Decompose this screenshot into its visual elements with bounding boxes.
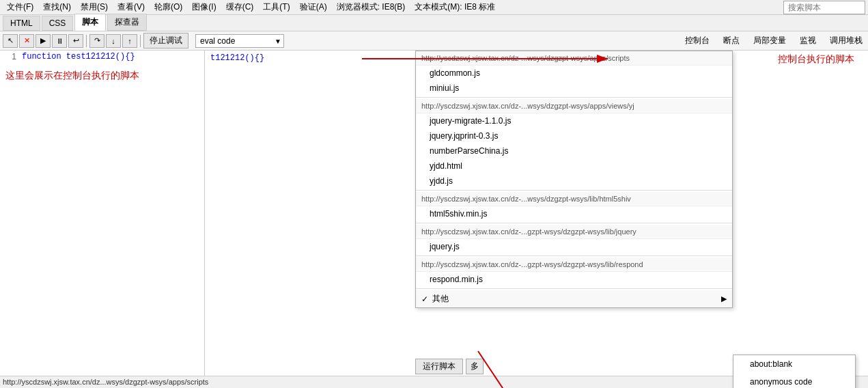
dropdown-group-header-5: http://yscdzswj.xjsw.tax.cn/dz-...gzpt-w… [416,258,732,272]
menu-view[interactable]: 查看(V) [113,0,149,14]
more-button[interactable]: 多 [466,359,484,374]
dropdown-item-miniui[interactable]: miniui.js [416,81,732,96]
dropdown-item-jquery-migrate[interactable]: jquery-migrate-1.1.0.js [416,113,732,128]
script-select[interactable]: eval code [195,34,284,48]
right-panel: t121212(){} 控制台执行的脚本 http://yscdzswj.xjs… [205,51,868,388]
stop-debug-button[interactable]: 停止调试 [143,33,188,48]
script-select-wrapper: eval code ▼ [195,34,284,48]
pointer-btn[interactable]: ↖ [3,34,18,48]
right-code-text: t121212(){} [210,53,264,63]
locals-btn[interactable]: 局部变量 [751,33,789,48]
sub-dropdown[interactable]: about:blank anonymous code anonymous cod… [733,355,856,388]
menu-disable[interactable]: 禁用(S) [76,0,112,14]
divider-3 [416,223,732,223]
sep2 [140,35,141,47]
dropdown-item-html5shiv[interactable]: html5shiv.min.js [416,206,732,221]
divider-4 [416,255,732,256]
dropdown-item-numberparse[interactable]: numberParseChina.js [416,143,732,158]
step-out-btn[interactable]: ↑ [122,34,137,48]
menu-cache[interactable]: 缓存(C) [222,0,258,14]
dropdown-group-header-4: http://yscdzswj.xjsw.tax.cn/dz-...gzpt-w… [416,225,732,239]
code-panel: 1 function test121212(){} 这里会展示在控制台执行的脚本 [0,51,205,388]
breakpoints-btn[interactable]: 断点 [720,33,742,48]
menu-text-mode[interactable]: 文本模式(M): IE8 标准 [410,0,499,14]
tabbar: HTML CSS 脚本 探查器 [0,15,868,31]
dropdown-item-yjdd-js[interactable]: yjdd.js [416,174,732,189]
menu-tools[interactable]: 工具(T) [259,0,294,14]
line-number-1: 1 [3,52,16,61]
menu-validate[interactable]: 验证(A) [296,0,331,14]
dropdown-other-row[interactable]: ✓ 其他 ▶ [416,290,732,307]
divider-5 [416,288,732,289]
other-arrow-icon: ▶ [721,294,727,303]
sub-item-anonymous-1[interactable]: anonymous code [733,373,855,388]
status-url: http://yscdzswj.xjsw.tax.cn/dz...wsys/dz… [3,378,208,386]
tab-css[interactable]: CSS [42,16,74,31]
right-annotation-label: 控制台执行的脚本 [778,53,854,66]
menu-outline[interactable]: 轮廓(O) [150,0,186,14]
toolbar: ↖ ✕ ▶ ⏸ ↩ ↷ ↓ ↑ 停止调试 eval code ▼ 控制台 断点 … [0,31,868,51]
console-btn[interactable]: 控制台 [682,33,712,48]
sub-item-about-blank[interactable]: about:blank [733,355,855,373]
menu-browser-mode[interactable]: 浏览器模式: IE8(B) [333,0,410,14]
break-btn[interactable]: ✕ [19,34,34,48]
watch-btn[interactable]: 监视 [797,33,819,48]
tab-inspector[interactable]: 探查器 [107,14,147,31]
dropdown-group-header-2: http://yscdzswj.xjsw.tax.cn/dz-...wsys/d… [416,99,732,113]
dropdown-group-header-3: http://yscdzswj.xjsw.tax.cn/dz-...wsys/d… [416,192,732,206]
toolbar-right: 控制台 断点 局部变量 监视 调用堆栈 [682,33,865,48]
dropdown-item-gldcommon[interactable]: gldcommon.js [416,66,732,81]
bottom-run-row: 运行脚本 多 [415,359,484,374]
dropdown-item-yjdd-html[interactable]: yjdd.html [416,158,732,174]
step-over-btn[interactable]: ↷ [89,34,104,48]
step-btn[interactable]: ↩ [68,34,83,48]
tab-html[interactable]: HTML [3,16,40,31]
script-dropdown[interactable]: http://yscdzswj.xjsw.tax.cn/dz-...wsys/d… [415,51,733,308]
dropdown-item-jquery[interactable]: jquery.js [416,239,732,254]
main-area: 1 function test121212(){} 这里会展示在控制台执行的脚本… [0,51,868,388]
code-text-1: function test121212(){} [22,52,135,61]
step-into-btn[interactable]: ↓ [106,34,121,48]
left-annotation: 这里会展示在控制台执行的脚本 [5,70,139,82]
sep1 [86,35,87,47]
menu-find[interactable]: 查找(N) [39,0,75,14]
dropdown-item-respond[interactable]: respond.min.js [416,272,732,287]
run-script-button[interactable]: 运行脚本 [415,359,463,374]
run-btn[interactable]: ▶ [36,34,51,48]
callstack-btn[interactable]: 调用堆栈 [827,33,865,48]
menu-image[interactable]: 图像(I) [188,0,220,14]
other-label: 其他 [432,293,449,305]
dropdown-item-jqprint[interactable]: jquery.jqprint-0.3.js [416,128,732,143]
tab-script[interactable]: 脚本 [74,14,106,31]
search-input[interactable] [783,1,865,14]
menu-file[interactable]: 文件(F) [3,0,38,14]
divider-2 [416,190,732,191]
menubar: 文件(F) 查找(N) 禁用(S) 查看(V) 轮廓(O) 图像(I) 缓存(C… [0,0,868,15]
code-line-1: 1 function test121212(){} [0,51,204,63]
divider-1 [416,97,732,98]
other-checkmark-icon: ✓ [421,294,428,304]
pause-btn[interactable]: ⏸ [52,34,67,48]
dropdown-group-header-1: http://yscdzswj.xjsw.tax.cn/dz-...wsys/d… [416,51,732,66]
